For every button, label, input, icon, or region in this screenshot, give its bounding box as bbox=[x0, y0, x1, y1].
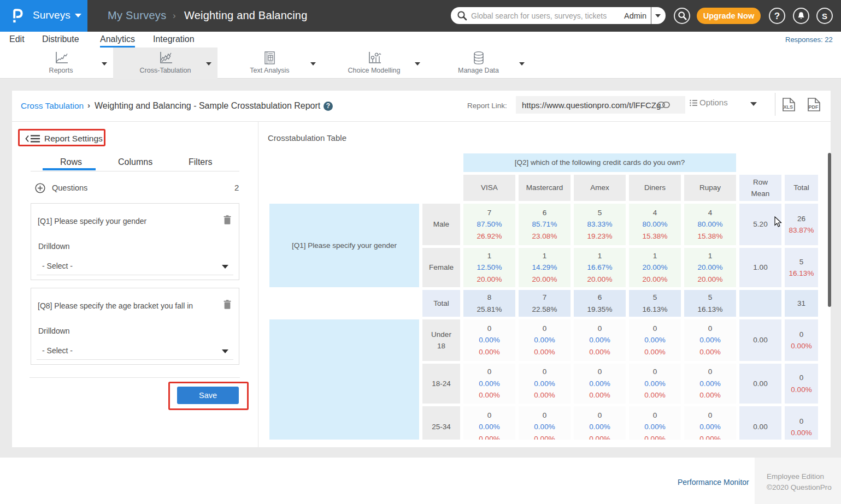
svg-text:PDF: PDF bbox=[809, 104, 819, 110]
svg-text:XLS: XLS bbox=[784, 104, 793, 110]
